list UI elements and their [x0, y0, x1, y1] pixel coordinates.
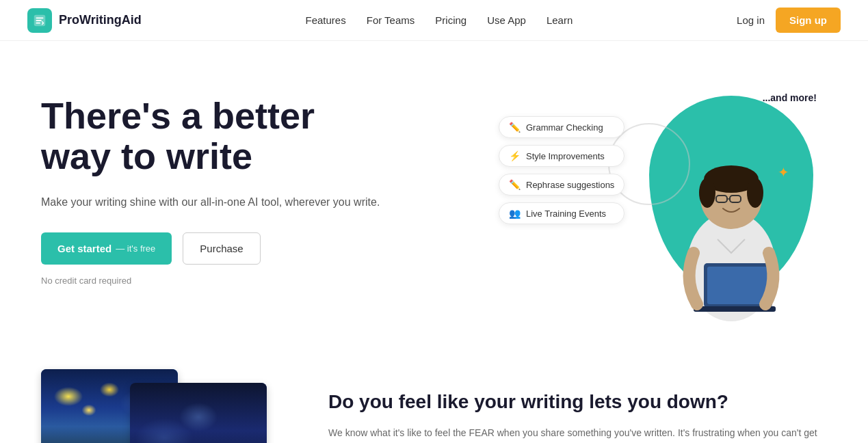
feature-pill-rephrase: ✏️ Rephrase suggestions — [499, 174, 624, 196]
rephrase-icon: ✏️ — [509, 179, 521, 190]
person-illustration — [656, 130, 806, 328]
grammar-label: Grammar Checking — [526, 122, 603, 133]
nav-link-for-teams[interactable]: For Teams — [367, 14, 415, 26]
logo-text: ProWritingAid — [59, 13, 142, 27]
svg-rect-10 — [707, 267, 769, 304]
art-card-2-pattern — [130, 383, 267, 443]
hero-buttons: Get started — it's free Purchase — [41, 232, 380, 265]
svg-point-8 — [747, 178, 763, 208]
feature-pill-style: ⚡ Style Improvements — [499, 145, 624, 167]
signup-button[interactable]: Sign up — [776, 8, 841, 33]
hero-illustration: ✏️ Grammar Checking ⚡ Style Improvements… — [499, 82, 827, 328]
feature-pill-grammar: ✏️ Grammar Checking — [499, 116, 624, 138]
nav-item-for-teams[interactable]: For Teams — [367, 14, 415, 27]
navbar: ProWritingAid Features For Teams Pricing… — [0, 0, 868, 41]
second-section-text: Do you feel like your writing lets you d… — [328, 390, 827, 443]
login-link[interactable]: Log in — [737, 14, 765, 26]
purchase-button[interactable]: Purchase — [183, 232, 260, 265]
section-title: Do you feel like your writing lets you d… — [328, 390, 827, 414]
get-started-button[interactable]: Get started — it's free — [41, 232, 172, 265]
hero-title-line1: There's a better — [41, 95, 315, 136]
nav-item-use-app[interactable]: Use App — [487, 14, 526, 27]
style-icon: ⚡ — [509, 150, 521, 161]
hero-title-line2: way to write — [41, 135, 252, 176]
nav-link-use-app[interactable]: Use App — [487, 14, 526, 26]
hero-title: There's a better way to write — [41, 96, 380, 177]
art-card-2: My idea in my head — [130, 383, 267, 443]
hero-subtitle: Make your writing shine with our all-in-… — [41, 193, 380, 211]
logo[interactable]: ProWritingAid — [27, 8, 142, 33]
nav-actions: Log in Sign up — [737, 8, 841, 33]
art-cards-container: My idea in my head — [41, 369, 287, 443]
nav-link-features[interactable]: Features — [306, 14, 346, 26]
grammar-icon: ✏️ — [509, 122, 521, 133]
hero-section: There's a better way to write Make your … — [0, 41, 868, 355]
nav-links: Features For Teams Pricing Use App Learn — [306, 14, 573, 27]
nav-item-features[interactable]: Features — [306, 14, 346, 27]
section-body: We know what it's like to feel the FEAR … — [328, 425, 827, 443]
get-started-label: Get started — [57, 243, 111, 254]
nav-item-pricing[interactable]: Pricing — [435, 14, 466, 27]
second-section: My idea in my head Do you feel like your… — [0, 355, 868, 443]
feature-pill-training: 👥 Live Training Events — [499, 202, 624, 224]
logo-icon — [27, 8, 52, 33]
free-label: — it's free — [116, 243, 155, 254]
training-icon: 👥 — [509, 208, 521, 219]
style-label: Style Improvements — [526, 151, 605, 161]
svg-point-7 — [699, 178, 715, 208]
no-credit-text: No credit card required — [41, 276, 380, 286]
nav-item-learn[interactable]: Learn — [547, 14, 573, 27]
nav-link-pricing[interactable]: Pricing — [435, 14, 466, 26]
more-label: ...and more! — [763, 92, 817, 103]
training-label: Live Training Events — [526, 209, 606, 219]
rephrase-label: Rephrase suggestions — [526, 180, 614, 190]
feature-pills: ✏️ Grammar Checking ⚡ Style Improvements… — [499, 116, 624, 224]
hero-left: There's a better way to write Make your … — [41, 82, 380, 286]
nav-link-learn[interactable]: Learn — [547, 14, 573, 26]
